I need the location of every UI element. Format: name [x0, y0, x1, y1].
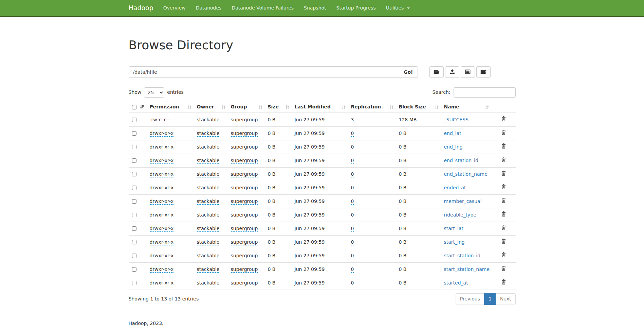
group-cell[interactable]: supergroup [231, 280, 258, 286]
file-name-link[interactable]: started_at [444, 280, 468, 286]
permission-cell[interactable]: drwxr-xr-x [150, 158, 174, 164]
search-input[interactable] [454, 87, 516, 98]
row-checkbox[interactable] [132, 281, 136, 285]
permission-cell[interactable]: drwxr-xr-x [150, 144, 174, 150]
permission-cell[interactable]: drwxr-xr-x [150, 253, 174, 259]
replication-cell[interactable]: 0 [351, 131, 354, 137]
owner-cell[interactable]: stackable [197, 198, 220, 205]
trash-icon[interactable] [501, 252, 506, 259]
trash-icon[interactable] [501, 211, 506, 219]
owner-cell[interactable]: stackable [197, 226, 220, 232]
pagination-next[interactable]: Next [496, 293, 516, 305]
row-checkbox[interactable] [132, 254, 136, 258]
toolbar-list-button[interactable] [461, 66, 475, 78]
row-checkbox[interactable] [132, 145, 136, 149]
trash-icon[interactable] [501, 239, 506, 246]
file-name-link[interactable]: start_station_name [444, 266, 490, 272]
permission-cell[interactable]: -rw-r--r-- [150, 117, 169, 123]
trash-icon[interactable] [501, 279, 506, 287]
owner-cell[interactable]: stackable [197, 144, 220, 150]
replication-cell[interactable]: 3 [351, 117, 354, 123]
replication-cell[interactable]: 0 [351, 185, 354, 191]
trash-icon[interactable] [501, 116, 506, 123]
header-owner[interactable]: Owner [194, 102, 228, 113]
file-name-link[interactable]: start_lat [444, 226, 464, 231]
row-checkbox[interactable] [132, 213, 136, 217]
trash-icon[interactable] [501, 225, 506, 232]
toolbar-upload-button[interactable] [445, 66, 459, 78]
file-name-link[interactable]: rideable_type [444, 212, 476, 218]
row-checkbox[interactable] [132, 131, 136, 136]
header-select-all[interactable] [129, 102, 147, 113]
permission-cell[interactable]: drwxr-xr-x [150, 266, 174, 273]
header-permission[interactable]: Permission [147, 102, 194, 113]
header-group[interactable]: Group [228, 102, 265, 113]
row-checkbox[interactable] [132, 226, 136, 231]
group-cell[interactable]: supergroup [231, 239, 258, 245]
group-cell[interactable]: supergroup [231, 198, 258, 205]
group-cell[interactable]: supergroup [231, 253, 258, 259]
toolbar-folder-move-button[interactable] [476, 66, 491, 78]
replication-cell[interactable]: 0 [351, 212, 354, 218]
replication-cell[interactable]: 0 [351, 280, 354, 286]
permission-cell[interactable]: drwxr-xr-x [150, 198, 174, 205]
nav-item-datanodes[interactable]: Datanodes [191, 0, 227, 16]
nav-item-snapshot[interactable]: Snapshot [299, 0, 331, 16]
replication-cell[interactable]: 0 [351, 158, 354, 164]
file-name-link[interactable]: _SUCCESS [444, 117, 468, 122]
trash-icon[interactable] [501, 266, 506, 273]
file-name-link[interactable]: end_lat [444, 131, 461, 136]
header-replication[interactable]: Replication [348, 102, 396, 113]
permission-cell[interactable]: drwxr-xr-x [150, 280, 174, 286]
row-checkbox[interactable] [132, 186, 136, 190]
row-checkbox[interactable] [132, 199, 136, 204]
replication-cell[interactable]: 0 [351, 266, 354, 273]
header-name[interactable]: Name [441, 102, 492, 113]
trash-icon[interactable] [501, 130, 506, 137]
header-last-modified[interactable]: Last Modified [292, 102, 348, 113]
file-name-link[interactable]: member_casual [444, 198, 482, 204]
owner-cell[interactable]: stackable [197, 158, 220, 164]
row-checkbox[interactable] [132, 118, 136, 122]
group-cell[interactable]: supergroup [231, 212, 258, 218]
trash-icon[interactable] [501, 184, 506, 191]
row-checkbox[interactable] [132, 267, 136, 272]
file-name-link[interactable]: end_lng [444, 144, 463, 150]
path-input[interactable] [129, 66, 400, 78]
trash-icon[interactable] [501, 157, 506, 164]
replication-cell[interactable]: 0 [351, 226, 354, 232]
group-cell[interactable]: supergroup [231, 171, 258, 177]
select-all-checkbox[interactable] [132, 105, 136, 109]
permission-cell[interactable]: drwxr-xr-x [150, 226, 174, 232]
group-cell[interactable]: supergroup [231, 144, 258, 150]
permission-cell[interactable]: drwxr-xr-x [150, 131, 174, 137]
nav-item-overview[interactable]: Overview [158, 0, 191, 16]
header-block-size[interactable]: Block Size [396, 102, 441, 113]
file-name-link[interactable]: ended_at [444, 185, 466, 190]
permission-cell[interactable]: drwxr-xr-x [150, 239, 174, 245]
group-cell[interactable]: supergroup [231, 226, 258, 232]
owner-cell[interactable]: stackable [197, 239, 220, 245]
owner-cell[interactable]: stackable [197, 117, 220, 123]
file-name-link[interactable]: start_lng [444, 239, 465, 245]
nav-item-datanode-volume-failures[interactable]: Datanode Volume Failures [226, 0, 299, 16]
group-cell[interactable]: supergroup [231, 158, 258, 164]
nav-item-startup-progress[interactable]: Startup Progress [331, 0, 381, 16]
replication-cell[interactable]: 0 [351, 198, 354, 205]
trash-icon[interactable] [501, 171, 506, 178]
permission-cell[interactable]: drwxr-xr-x [150, 171, 174, 177]
owner-cell[interactable]: stackable [197, 280, 220, 286]
row-checkbox[interactable] [132, 158, 136, 163]
replication-cell[interactable]: 0 [351, 144, 354, 150]
page-size-select[interactable]: 25 [144, 87, 164, 98]
replication-cell[interactable]: 0 [351, 171, 354, 177]
toolbar-folder-open-button[interactable] [429, 66, 444, 78]
go-button[interactable]: Go! [399, 66, 418, 78]
file-name-link[interactable]: start_station_id [444, 253, 481, 258]
permission-cell[interactable]: drwxr-xr-x [150, 212, 174, 218]
pagination-previous[interactable]: Previous [456, 293, 484, 305]
group-cell[interactable]: supergroup [231, 185, 258, 191]
replication-cell[interactable]: 0 [351, 239, 354, 245]
permission-cell[interactable]: drwxr-xr-x [150, 185, 174, 191]
row-checkbox[interactable] [132, 240, 136, 244]
